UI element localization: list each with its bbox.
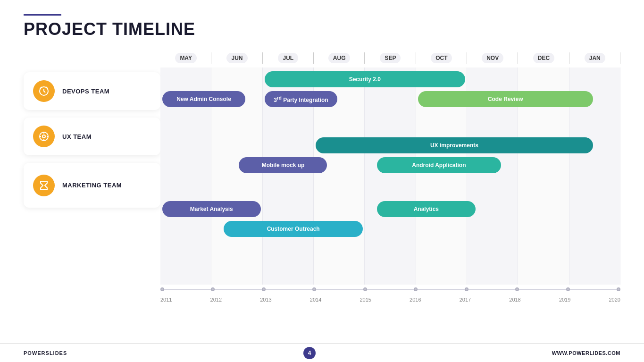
year-2019: 2019 — [559, 297, 570, 303]
year-2012: 2012 — [210, 297, 222, 303]
team-card-marketing: MARKETING TEAM — [24, 163, 160, 208]
axis-dot-8 — [566, 287, 570, 291]
footer: POWERSLIDES 4 WWW.POWERLIDES.COM — [0, 343, 644, 362]
bar-mobile-mockup: Mobile mock up — [239, 157, 327, 173]
ux-team-label: UX TEAM — [62, 133, 92, 140]
month-aug: AUG — [314, 49, 365, 67]
main-content: DEVOPS TEAM UX TEAM — [24, 49, 620, 313]
axis-dot-6 — [465, 287, 468, 291]
axis-dot-7 — [515, 287, 519, 291]
bar-market-analysis: Market Analysis — [162, 201, 261, 217]
month-sep: SEP — [365, 49, 416, 67]
year-2014: 2014 — [310, 297, 321, 303]
footer-page-number: 4 — [303, 347, 316, 359]
axis-dot-4 — [363, 287, 367, 291]
axis-dot-1 — [211, 287, 215, 291]
bar-customer-outreach: Customer Outreach — [224, 221, 363, 237]
header-accent-line — [24, 14, 61, 16]
month-oct: OCT — [416, 49, 467, 67]
month-jun: JUN — [211, 49, 262, 67]
month-may: MAY — [160, 49, 211, 67]
bar-security-2: Security 2.0 — [265, 71, 465, 87]
year-2015: 2015 — [360, 297, 371, 303]
footer-brand-left: POWERSLIDES — [24, 350, 67, 356]
year-2018: 2018 — [509, 297, 520, 303]
bar-code-review: Code Review — [418, 91, 593, 107]
axis-dot-0 — [160, 287, 164, 291]
month-nov: NOV — [467, 49, 518, 67]
bar-android-application: Android Application — [377, 157, 501, 173]
teams-column: DEVOPS TEAM UX TEAM — [24, 49, 160, 313]
footer-brand-right: WWW.POWERLIDES.COM — [552, 350, 620, 356]
team-card-ux: UX TEAM — [24, 118, 160, 155]
year-2013: 2013 — [260, 297, 271, 303]
page: PROJECT TIMELINE DEVOPS TEAM — [0, 0, 644, 362]
axis-dots-row — [160, 285, 620, 294]
axis-line — [160, 289, 620, 290]
bar-ux-improvements: UX improvements — [316, 137, 593, 153]
year-2020: 2020 — [609, 297, 620, 303]
axis-dot-9 — [617, 287, 620, 291]
year-2017: 2017 — [460, 297, 471, 303]
team-card-devops: DEVOPS TEAM — [24, 72, 160, 110]
devops-team-label: DEVOPS TEAM — [62, 88, 109, 95]
bar-new-admin-console: New Admin Console — [162, 91, 245, 107]
svg-point-2 — [42, 135, 45, 138]
clock-icon — [38, 85, 50, 97]
page-title: PROJECT TIMELINE — [24, 19, 620, 39]
axis-dot-3 — [312, 287, 316, 291]
month-jul: JUL — [263, 49, 314, 67]
axis-years-row: 2011 2012 2013 2014 2015 2016 2017 2018 … — [160, 294, 620, 303]
ux-icon-bg — [33, 126, 55, 147]
hourglass-icon — [38, 180, 50, 191]
grid-col-5 — [365, 67, 416, 285]
bottom-axis: 2011 2012 2013 2014 2015 2016 2017 2018 … — [160, 285, 620, 313]
devops-icon-bg — [33, 80, 55, 102]
year-2016: 2016 — [410, 297, 421, 303]
marketing-icon-bg — [33, 175, 55, 196]
bar-3rd-party-integration: 3rd Party Integration — [265, 91, 337, 107]
month-jan: JAN — [569, 49, 620, 67]
compass-icon — [38, 131, 50, 142]
month-dec: DEC — [518, 49, 569, 67]
marketing-team-label: MARKETING TEAM — [62, 182, 122, 189]
bar-analytics: Analytics — [377, 201, 476, 217]
year-2011: 2011 — [160, 297, 172, 303]
axis-dot-5 — [414, 287, 418, 291]
axis-dot-2 — [262, 287, 266, 291]
gantt-area: MAY JUN JUL AUG SEP OCT NOV DEC JAN — [160, 49, 620, 313]
months-row: MAY JUN JUL AUG SEP OCT NOV DEC JAN — [160, 49, 620, 67]
